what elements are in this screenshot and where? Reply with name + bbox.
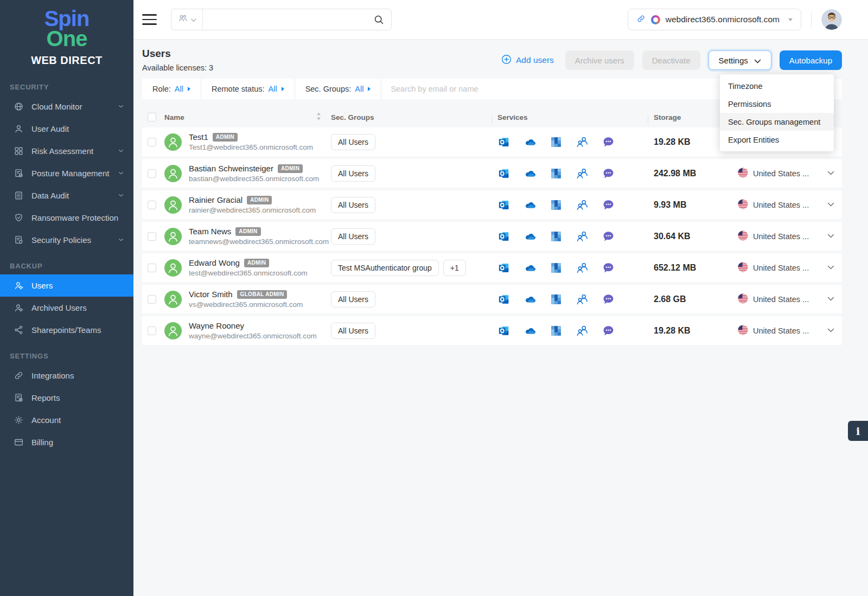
sec-group-chip: Test MSAuthenticator group xyxy=(331,260,439,276)
row-checkbox[interactable] xyxy=(148,232,156,241)
people-icon[interactable] xyxy=(576,261,589,274)
sidebar-item-integrations[interactable]: Integrations xyxy=(0,364,133,387)
outlook-icon[interactable] xyxy=(497,324,510,337)
teams-chat-icon[interactable] xyxy=(602,324,615,337)
sharepoint-icon[interactable] xyxy=(550,167,563,180)
info-tab-button[interactable]: i xyxy=(848,421,868,441)
country-selector[interactable]: United States ... xyxy=(738,262,842,274)
sidebar-item-cloud-monitor[interactable]: Cloud Monitor xyxy=(0,95,133,118)
teams-chat-icon[interactable] xyxy=(602,136,615,149)
link-icon xyxy=(636,14,646,25)
teams-chat-icon[interactable] xyxy=(602,198,615,212)
sort-icon[interactable] xyxy=(316,112,321,122)
filter-role-[interactable]: Role:All xyxy=(142,79,201,99)
filter-remote-status-[interactable]: Remote status:All xyxy=(201,79,295,99)
sidebar-item-account[interactable]: Account xyxy=(0,409,133,431)
page-header: Users Available licenses: 3 Add users Ar… xyxy=(133,40,868,72)
row-checkbox[interactable] xyxy=(148,295,156,304)
row-checkbox[interactable] xyxy=(148,326,156,335)
sharepoint-icon[interactable] xyxy=(550,293,563,306)
country-selector[interactable]: United States ... xyxy=(738,199,842,211)
onedrive-icon[interactable] xyxy=(524,167,537,180)
people-icon[interactable] xyxy=(576,324,589,337)
us-flag-icon xyxy=(738,168,748,180)
onedrive-icon[interactable] xyxy=(524,136,537,149)
sidebar-item-risk-assessment[interactable]: Risk Assessment xyxy=(0,140,133,162)
search-scope-dropdown[interactable] xyxy=(171,9,203,30)
gear-icon xyxy=(13,414,24,425)
user-email: bastian@webdirect365.onmicrosoft.com xyxy=(189,175,319,183)
teams-chat-icon[interactable] xyxy=(602,230,615,243)
country-selector[interactable]: United States ... xyxy=(738,168,842,180)
deactivate-button[interactable]: Deactivate xyxy=(642,50,700,70)
settings-button[interactable]: Settings xyxy=(709,50,771,70)
search-icon[interactable] xyxy=(374,15,384,25)
user-name: Rainier Gracial xyxy=(189,195,242,204)
autobackup-button[interactable]: Autobackup xyxy=(780,50,842,70)
country-selector[interactable]: United States ... xyxy=(738,325,842,337)
people-icon[interactable] xyxy=(576,198,589,212)
sharepoint-icon[interactable] xyxy=(550,261,563,274)
menu-item-timezone[interactable]: Timezone xyxy=(720,77,834,95)
user-avatar[interactable] xyxy=(821,9,842,30)
sidebar-item-posture-management[interactable]: Posture Management xyxy=(0,162,133,184)
country-selector[interactable]: United States ... xyxy=(738,293,842,305)
people-icon[interactable] xyxy=(576,230,589,243)
country-selector[interactable]: United States ... xyxy=(738,230,842,242)
row-checkbox[interactable] xyxy=(148,138,156,146)
select-all-checkbox[interactable] xyxy=(148,113,156,121)
arrow-right-icon xyxy=(368,87,371,91)
outlook-icon[interactable] xyxy=(497,167,510,180)
user-name-cell: Edward WongADMINtest@webdirect365.onmicr… xyxy=(164,258,331,277)
filter-sec-groups-[interactable]: Sec. Groups:All xyxy=(295,79,382,99)
teams-chat-icon[interactable] xyxy=(602,167,615,180)
sidebar-item-sharepoints-teams[interactable]: Sharepoints/Teams xyxy=(0,319,133,341)
topbar-right: webdirect365.onmicrosoft.com xyxy=(628,9,842,30)
sharepoint-icon[interactable] xyxy=(550,198,563,212)
onedrive-icon[interactable] xyxy=(524,293,537,306)
outlook-icon[interactable] xyxy=(497,293,510,306)
sidebar-item-billing[interactable]: Billing xyxy=(0,431,133,453)
people-icon[interactable] xyxy=(576,167,589,180)
us-flag-icon xyxy=(738,230,748,242)
sidebar-item-users[interactable]: Users xyxy=(0,274,133,297)
menu-item-export-entities[interactable]: Export Entities xyxy=(720,131,834,149)
sidebar-item-reports[interactable]: Reports xyxy=(0,387,133,409)
sidebar-item-label: User Audit xyxy=(31,124,69,133)
menu-icon[interactable] xyxy=(142,14,157,24)
chevron-down-icon xyxy=(827,328,834,333)
logo-one-text: One xyxy=(0,29,133,49)
sidebar-item-data-audit[interactable]: Data Audit xyxy=(0,184,133,207)
menu-item-permissions[interactable]: Permissions xyxy=(720,95,834,113)
teams-chat-icon[interactable] xyxy=(602,293,615,306)
row-checkbox[interactable] xyxy=(148,169,156,178)
outlook-icon[interactable] xyxy=(497,198,510,212)
sidebar-item-user-audit[interactable]: User Audit xyxy=(0,118,133,140)
menu-item-sec-groups-management[interactable]: Sec. Groups management xyxy=(720,113,834,131)
teams-chat-icon[interactable] xyxy=(602,261,615,274)
sec-group-chip: All Users xyxy=(331,323,375,339)
chevron-down-icon xyxy=(117,191,125,199)
sharepoint-icon[interactable] xyxy=(550,136,563,149)
people-icon[interactable] xyxy=(576,136,589,149)
outlook-icon[interactable] xyxy=(497,136,510,149)
global-search-input[interactable] xyxy=(203,15,374,24)
sharepoint-icon[interactable] xyxy=(550,230,563,243)
outlook-icon[interactable] xyxy=(497,230,510,243)
onedrive-icon[interactable] xyxy=(524,230,537,243)
sharepoint-icon[interactable] xyxy=(550,324,563,337)
row-checkbox[interactable] xyxy=(148,201,156,209)
add-users-button[interactable]: Add users xyxy=(498,54,557,67)
sidebar-item-security-policies[interactable]: Security Policies xyxy=(0,229,133,251)
row-checkbox[interactable] xyxy=(148,264,156,272)
user-row: Wayne Rooneywayne@webdirect365.onmicroso… xyxy=(142,316,842,345)
sidebar-item-ransomware-protection[interactable]: Ransomware Protection xyxy=(0,207,133,229)
people-icon[interactable] xyxy=(576,293,589,306)
onedrive-icon[interactable] xyxy=(524,261,537,274)
archive-users-button[interactable]: Archive users xyxy=(565,50,634,70)
onedrive-icon[interactable] xyxy=(524,324,537,337)
tenant-selector[interactable]: webdirect365.onmicrosoft.com xyxy=(628,9,801,30)
outlook-icon[interactable] xyxy=(497,261,510,274)
sidebar-item-archived-users[interactable]: Archived Users xyxy=(0,297,133,319)
onedrive-icon[interactable] xyxy=(524,198,537,212)
